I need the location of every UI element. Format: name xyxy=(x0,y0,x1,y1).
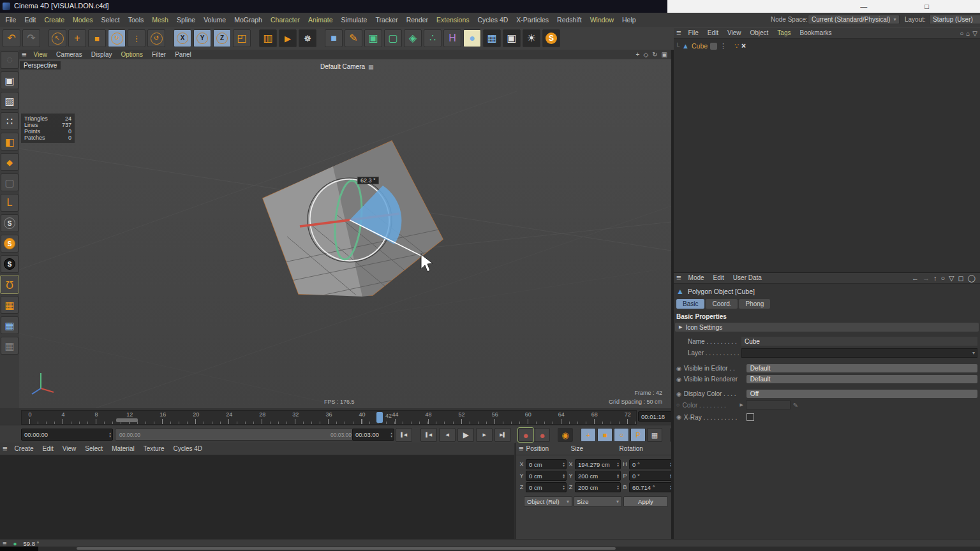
timeline-ruler[interactable]: 04812162024283236404448525660646872 42 xyxy=(21,410,637,425)
menu-item[interactable]: Display xyxy=(87,50,117,60)
tool-extras-icon[interactable]: ⋮ xyxy=(128,29,145,47)
menu-item[interactable]: Edit xyxy=(20,13,40,26)
menu-item[interactable]: MoGraph xyxy=(230,13,267,26)
menu-item[interactable]: Spline xyxy=(172,13,199,26)
radio-icon[interactable]: ◉ xyxy=(676,414,681,420)
menu-item[interactable]: File xyxy=(1,13,20,26)
menu-item[interactable]: Cycles 4D xyxy=(169,444,207,454)
cube-object[interactable] xyxy=(249,141,482,330)
undo-button[interactable]: ↶ xyxy=(3,29,20,47)
cycles-4d-button[interactable]: S xyxy=(542,29,560,47)
polygons-mode-button[interactable]: ◆ xyxy=(1,153,19,171)
add-cube-button[interactable]: ■ xyxy=(325,29,343,47)
spinner-icon[interactable]: ▴▾ xyxy=(390,432,392,437)
model-mode-button[interactable]: ▣ xyxy=(1,71,19,89)
rotation-b-field[interactable]: 60.714 °▴▾ xyxy=(629,482,674,492)
viewport-canvas[interactable] xyxy=(19,59,671,408)
size-y-field[interactable]: 200 cm▴▾ xyxy=(575,471,621,481)
timeline-time-field[interactable]: 00:01:18 ▴▾ xyxy=(638,411,676,422)
menu-item[interactable]: Edit xyxy=(703,28,723,38)
hamburger-icon[interactable]: ≡ xyxy=(676,28,681,38)
menu-item[interactable]: Render xyxy=(402,13,432,26)
spinner-icon[interactable]: ▴▾ xyxy=(563,473,565,479)
menu-item[interactable]: Tools xyxy=(124,13,148,26)
y-axis-lock-button[interactable]: Y xyxy=(193,29,211,47)
key-position-toggle[interactable]: + xyxy=(581,428,596,442)
rotation-h-field[interactable]: 0 °▴▾ xyxy=(629,459,674,469)
hamburger-icon[interactable]: ≡ xyxy=(22,50,27,60)
viewport-toggle-icon[interactable]: ▣ xyxy=(662,51,667,58)
position-x-field[interactable]: 0 cm▴▾ xyxy=(526,459,567,469)
light-button[interactable]: ☀ xyxy=(523,29,540,47)
menu-item[interactable]: Cycles 4D xyxy=(473,13,512,26)
key-rotation-toggle[interactable]: ○ xyxy=(614,428,629,442)
key-pla-toggle[interactable]: ▦ xyxy=(647,428,662,442)
tab[interactable]: Phong xyxy=(739,299,770,309)
tab[interactable]: Coord. xyxy=(706,299,738,309)
menu-item[interactable]: Select xyxy=(80,444,107,454)
key-parameter-toggle[interactable]: P xyxy=(630,428,646,442)
spinner-icon[interactable]: ▴▾ xyxy=(617,473,619,479)
menu-item[interactable]: Options xyxy=(116,50,147,60)
locked-workplane-button[interactable]: ▦ xyxy=(1,337,19,355)
render-picture-viewer-button[interactable]: ▶ xyxy=(279,29,297,47)
hamburger-icon[interactable]: ≡ xyxy=(3,444,8,454)
menu-item[interactable]: Help xyxy=(618,13,641,26)
menu-item[interactable]: Mode xyxy=(684,273,709,283)
name-field[interactable]: Cube xyxy=(741,337,977,346)
live-selection-tool[interactable]: ↖ xyxy=(48,29,66,47)
node-space-dropdown[interactable]: Current (Standard/Physical) ▾ xyxy=(808,15,900,24)
end-time-field[interactable]: 00:03:00 ▴▾ xyxy=(352,429,394,441)
view-label[interactable]: Perspective xyxy=(20,61,61,70)
menu-item[interactable]: View xyxy=(723,28,746,38)
viewport-solo-off-button[interactable]: S xyxy=(1,214,19,232)
floor-button[interactable]: ▦ xyxy=(483,29,501,47)
enable-axis-button[interactable]: L xyxy=(1,194,19,212)
quantize-button[interactable]: ▦ xyxy=(1,296,19,314)
menu-item[interactable]: Redshift xyxy=(553,13,586,26)
next-frame-button[interactable]: ▶ xyxy=(476,428,493,442)
instance-button[interactable]: ▢ xyxy=(384,29,402,47)
position-y-field[interactable]: 0 cm▴▾ xyxy=(526,471,567,481)
home-icon[interactable]: ⌂ xyxy=(966,30,970,37)
spinner-icon[interactable]: ▴▾ xyxy=(563,462,565,467)
lock-icon[interactable]: ◻ xyxy=(956,274,966,283)
volume-builder-button[interactable]: ● xyxy=(463,29,481,47)
menu-item[interactable]: Modes xyxy=(69,13,98,26)
coordinate-system-button[interactable]: ◰ xyxy=(233,29,251,47)
menu-item[interactable]: Character xyxy=(266,13,304,26)
spinner-icon[interactable]: ▴▾ xyxy=(617,485,619,490)
filter-icon[interactable]: ▽ xyxy=(972,30,977,37)
last-used-tool-button[interactable]: ↺ xyxy=(147,29,165,47)
menu-item[interactable]: Mesh xyxy=(148,13,173,26)
viewport-scene[interactable]: Perspective Default Camera ▦ Triangles 2… xyxy=(19,59,671,408)
menu-item[interactable]: Create xyxy=(10,444,38,454)
spinner-icon[interactable]: ▴▾ xyxy=(563,485,565,490)
visible-renderer-dropdown[interactable]: Default xyxy=(746,375,977,383)
radio-icon[interactable]: ◉ xyxy=(676,391,681,397)
material-list-area[interactable] xyxy=(0,455,514,540)
scale-tool[interactable]: ■ xyxy=(88,29,106,47)
menu-item[interactable]: Volume xyxy=(200,13,230,26)
layer-swatch-icon[interactable] xyxy=(710,43,717,50)
timeline-range-slider[interactable]: 00:00:00 00:03:00 xyxy=(115,429,356,441)
menu-item[interactable]: View xyxy=(58,444,81,454)
display-color-dropdown[interactable]: Off xyxy=(746,390,977,398)
layer-field[interactable]: ▾ xyxy=(741,348,977,358)
goto-start-button[interactable]: ▌◀ xyxy=(396,428,412,442)
prev-frame-button[interactable]: ◀ xyxy=(439,428,456,442)
rotation-p-field[interactable]: 0 °▴▾ xyxy=(629,471,674,481)
menu-item[interactable]: View xyxy=(29,50,52,60)
timeline-playhead[interactable] xyxy=(376,412,383,423)
xray-checkbox[interactable] xyxy=(746,413,754,421)
bottom-scrollbar[interactable] xyxy=(77,547,616,550)
render-view-button[interactable]: ▥ xyxy=(259,29,277,47)
subdivision-surface-button[interactable]: ▣ xyxy=(364,29,382,47)
minimize-button[interactable]: — xyxy=(860,3,867,10)
hamburger-icon[interactable]: ≡ xyxy=(676,273,681,283)
move-tool[interactable]: + xyxy=(68,29,86,47)
menu-item[interactable]: Window xyxy=(586,13,618,26)
spinner-icon[interactable]: ▴▾ xyxy=(617,462,619,467)
menu-item[interactable]: Material xyxy=(107,444,139,454)
coord-size-dropdown[interactable]: Size ▾ xyxy=(574,496,622,507)
